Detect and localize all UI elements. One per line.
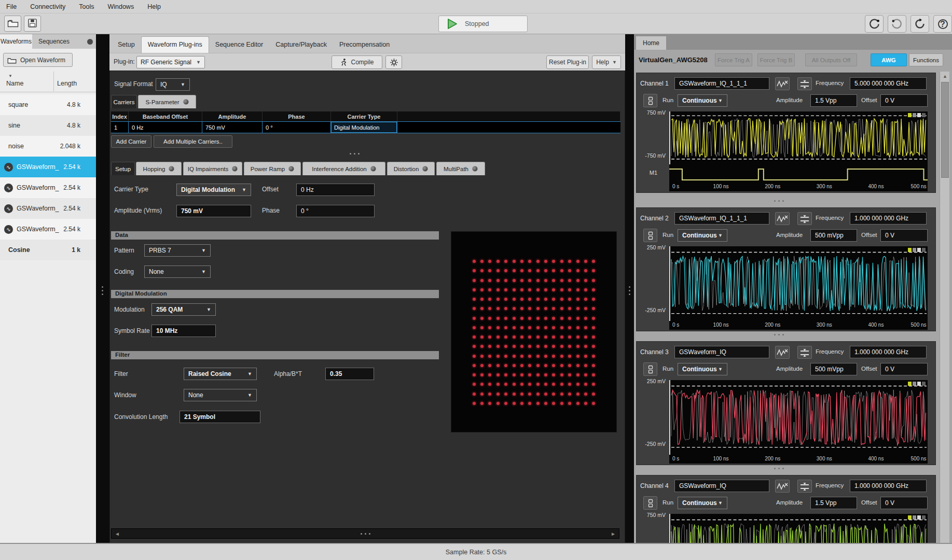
section-splitter-handle[interactable] <box>350 153 360 155</box>
offset-input[interactable]: 0 V <box>880 497 928 509</box>
tab-capture-playback[interactable]: Capture/Playback <box>269 37 333 53</box>
scrollbar-thumb[interactable] <box>941 82 949 178</box>
all-outputs-off-button[interactable]: All Outputs Off <box>805 53 857 66</box>
open-file-button[interactable] <box>4 16 21 32</box>
channel-waveform-input[interactable]: GSWaveform_IQ <box>674 346 769 358</box>
waveform-list-item[interactable]: ∿ sine 4.8 k <box>0 115 96 136</box>
plugin-select[interactable]: RF Generic Signal▼ <box>136 56 205 68</box>
compile-settings-button[interactable] <box>385 55 402 69</box>
waveform-list-item[interactable]: ∿ GSWaveform_ 2.54 k <box>0 198 96 219</box>
run-mode-select[interactable]: Continuous▼ <box>678 229 727 242</box>
filter-select[interactable]: Raised Cosine▼ <box>184 368 257 380</box>
sequence-icon-button[interactable] <box>643 229 657 242</box>
undo-connection-button[interactable] <box>888 15 906 33</box>
column-length[interactable]: Length <box>57 80 77 87</box>
amplitude-input[interactable]: 1.5 Vpp <box>810 94 857 107</box>
frequency-input[interactable]: 1.000 000 000 GHz <box>850 480 927 492</box>
waveform-list-item[interactable]: ∿ noise 2.048 k <box>0 136 96 157</box>
frequency-input[interactable]: 5.000 000 000 GHz <box>850 77 927 90</box>
scroll-up-icon[interactable]: ▲ <box>940 72 950 81</box>
tab-sequence-editor[interactable]: Sequence Editor <box>209 37 269 53</box>
panel-pin-icon[interactable] <box>87 39 93 45</box>
menu-tools[interactable]: Tools <box>79 3 94 10</box>
menu-file[interactable]: File <box>6 3 17 10</box>
menu-connectivity[interactable]: Connectivity <box>30 3 65 10</box>
tab-setup[interactable]: Setup <box>112 37 141 53</box>
restore-session-button[interactable] <box>865 15 884 33</box>
sort-caret-icon[interactable]: ▼ <box>8 74 12 78</box>
subtab-hopping[interactable]: Hopping <box>136 162 182 175</box>
amplitude-input[interactable]: 500 mVpp <box>810 363 857 375</box>
tab-carriers[interactable]: Carriers <box>111 95 137 108</box>
frequency-input[interactable]: 1.000 000 000 GHz <box>850 346 927 358</box>
modulation-select[interactable]: 256 QAM▼ <box>151 303 216 316</box>
channel-splitter-handle[interactable] <box>774 468 784 469</box>
help-button[interactable]: ? <box>933 15 952 33</box>
carrier-type-select[interactable]: Digital Modulation▼ <box>176 184 251 196</box>
pattern-select[interactable]: PRBS 7▼ <box>144 244 211 257</box>
marker-icon-button[interactable] <box>797 77 812 90</box>
menu-help[interactable]: Help <box>147 3 161 10</box>
waveform-edit-icon-button[interactable] <box>775 77 790 90</box>
scroll-left-icon[interactable]: ◄ <box>112 529 123 538</box>
carrier-row[interactable]: 1 0 Hz 750 mV 0 ° Digital Modulation <box>111 121 620 133</box>
scrollbar-handle[interactable] <box>361 533 370 535</box>
channel-waveform-input[interactable]: GSWaveform_IQ_1_1_1 <box>674 212 769 225</box>
add-multiple-carriers-button[interactable]: Add Multiple Carriers.. <box>154 135 232 148</box>
tab-sequences[interactable]: Sequences <box>33 34 75 49</box>
marker-icon-button[interactable] <box>797 346 812 359</box>
run-state-button[interactable]: Stopped <box>438 16 528 32</box>
offset-input[interactable]: 0 V <box>880 94 928 107</box>
run-mode-select[interactable]: Continuous▼ <box>678 363 727 375</box>
phase-input[interactable]: 0 ° <box>296 205 375 217</box>
refresh-button[interactable] <box>910 15 929 33</box>
functions-mode-button[interactable]: Functions <box>909 53 943 66</box>
subtab-iq-impairments[interactable]: IQ Impairments <box>183 162 242 175</box>
convolution-length-input[interactable]: 21 Symbol <box>180 411 260 423</box>
scroll-right-icon[interactable]: ► <box>608 529 619 538</box>
channel-splitter-handle[interactable] <box>774 334 784 335</box>
channel-splitter-handle[interactable] <box>774 200 784 202</box>
open-waveform-button[interactable]: Open Waveform <box>3 53 73 67</box>
waveform-edit-icon-button[interactable] <box>775 346 790 359</box>
waveform-list-item[interactable]: ∿ GSWaveform_ 2.54 k <box>0 219 96 240</box>
vertical-scrollbar[interactable]: ▲ <box>940 72 949 543</box>
channel-waveform-input[interactable]: GSWaveform_IQ <box>674 480 769 492</box>
sequence-icon-button[interactable] <box>643 94 657 107</box>
amplitude-input[interactable]: 1.5 Vpp <box>810 497 857 509</box>
sequence-icon-button[interactable] <box>643 496 657 510</box>
signal-format-select[interactable]: IQ▼ <box>156 78 190 91</box>
channel-waveform-input[interactable]: GSWaveform_IQ_1_1_1 <box>674 77 769 90</box>
tab-waveform-plugins[interactable]: Waveform Plug-ins <box>141 36 209 53</box>
right-splitter[interactable] <box>625 34 634 543</box>
tab-s-parameter[interactable]: S-Parameter <box>138 95 196 108</box>
awg-mode-button[interactable]: AWG <box>871 53 907 66</box>
tab-precompensation[interactable]: Precompensation <box>333 37 396 53</box>
force-trig-b-button[interactable]: Force Trig B <box>757 53 795 66</box>
force-trig-a-button[interactable]: Force Trig A <box>715 53 752 66</box>
waveform-list-item[interactable]: ∿ GSWaveform_ 2.54 k <box>0 177 96 198</box>
column-name[interactable]: Name <box>6 80 23 87</box>
reset-plugin-button[interactable]: Reset Plug-in <box>546 55 589 69</box>
symbol-rate-input[interactable]: 10 MHz <box>151 325 216 337</box>
left-splitter[interactable] <box>96 34 109 543</box>
waveform-list-item[interactable]: ∿ Cosine 1 k <box>0 240 96 260</box>
horizontal-scrollbar[interactable]: ◄ ► <box>111 528 619 539</box>
marker-icon-button[interactable] <box>797 480 812 493</box>
alpha-input[interactable]: 0.35 <box>325 368 374 380</box>
subtab-power-ramp[interactable]: Power Ramp <box>244 162 301 175</box>
compile-button[interactable]: Compile <box>332 55 382 69</box>
coding-select[interactable]: None▼ <box>144 265 211 278</box>
waveform-edit-icon-button[interactable] <box>775 480 790 493</box>
subtab-distortion[interactable]: Distortion <box>387 162 435 175</box>
subtab-setup[interactable]: Setup <box>111 162 135 175</box>
amplitude-input[interactable]: 500 mVpp <box>810 229 857 242</box>
amplitude-input[interactable]: 750 mV <box>176 205 251 217</box>
save-button[interactable] <box>24 16 41 32</box>
tab-waveforms[interactable]: Waveforms <box>0 34 32 49</box>
waveform-list-item[interactable]: ∿ GSWaveform_ 2.54 k <box>0 157 96 177</box>
sequence-icon-button[interactable] <box>643 362 657 376</box>
waveform-list-item[interactable]: ∿ square 4.8 k <box>0 94 96 115</box>
window-select[interactable]: None▼ <box>184 389 257 401</box>
add-carrier-button[interactable]: Add Carrier <box>111 135 151 148</box>
